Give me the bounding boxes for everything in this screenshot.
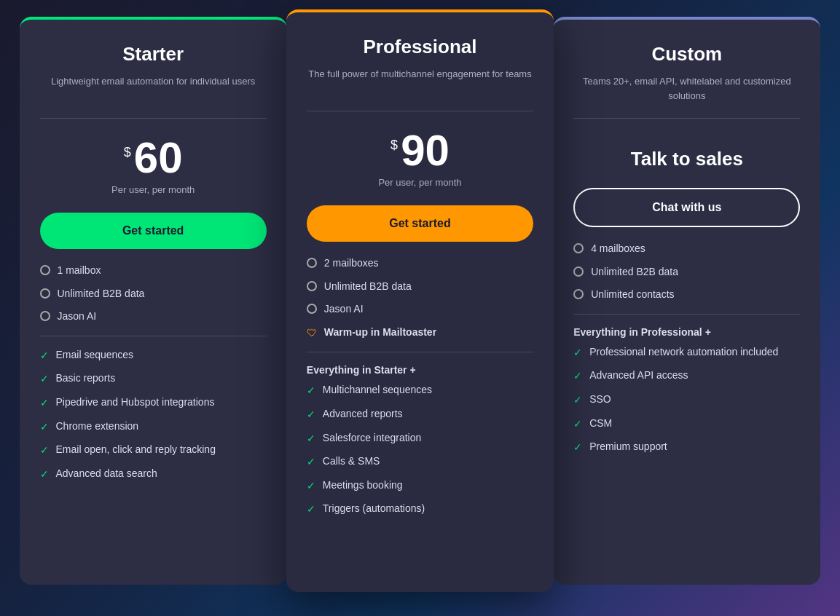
list-item: ✓CSM [573,416,800,432]
list-item: ✓SSO [573,392,800,408]
check-icon: ✓ [573,417,582,432]
list-item: 🛡 Warm-up in Mailtoaster [307,325,533,341]
talk-to-sales-label: Talk to sales [573,148,800,170]
feature-text: 1 mailbox [58,264,101,278]
feature-text: Professional network automation included [589,345,778,360]
professional-divider-2 [307,352,533,352]
circle-icon [40,288,50,299]
list-item: ✓Pipedrive and Hubspot integrations [40,395,267,411]
custom-divider-1 [573,118,800,119]
feature-text: Pipedrive and Hubspot integrations [56,395,215,410]
feature-text: Unlimited contacts [591,288,674,302]
feature-text: Unlimited B2B data [324,280,412,294]
check-icon: ✓ [573,393,582,408]
pricing-container: Starter Lightweight email automation for… [20,17,821,599]
custom-plan-desc: Teams 20+, email API, whitelabel and cus… [573,74,800,103]
check-icon: ✓ [40,349,49,363]
feature-text: Salesforce integration [323,431,421,446]
check-icon: ✓ [307,455,315,470]
list-item: ✓Premium support [573,440,800,455]
feature-text: Jason AI [58,309,97,324]
list-item: Unlimited contacts [573,288,800,302]
check-icon: ✓ [40,396,49,411]
check-icon: ✓ [307,384,315,398]
check-icon: ✓ [573,441,582,455]
starter-included-features: ✓Email sequences ✓Basic reports ✓Pipedri… [40,348,267,482]
starter-price-amount: 60 [134,136,183,180]
custom-divider-2 [573,314,800,315]
feature-text: CSM [589,416,612,431]
feature-text: Basic reports [56,371,116,386]
list-item: ✓Meetings booking [307,478,533,494]
check-icon: ✓ [573,369,582,384]
starter-plan-name: Starter [40,43,267,66]
feature-text: 4 mailboxes [591,242,645,256]
feature-text: Premium support [589,440,667,454]
list-item: ✓Calls & SMS [307,454,533,470]
starter-price-period: Per user, per month [40,184,267,195]
professional-price-dollar: $ [390,138,398,153]
circle-icon [307,258,317,268]
list-item: ✓Salesforce integration [307,431,533,446]
feature-text: Advanced reports [323,407,403,422]
list-item: ✓Email open, click and reply tracking [40,443,267,458]
circle-icon [40,311,50,321]
list-item: 2 mailboxes [307,256,533,271]
professional-basic-features: 2 mailboxes Unlimited B2B data Jason AI … [307,256,533,340]
feature-text: Advanced API access [589,368,688,383]
list-item: Jason AI [40,309,267,324]
starter-price-dollar: $ [124,145,131,160]
starter-plan-desc: Lightweight email automation for individ… [40,74,267,103]
custom-cta-button[interactable]: Chat with us [573,188,800,227]
list-item: Unlimited B2B data [573,265,800,280]
list-item: ✓Basic reports [40,371,267,387]
starter-cta-button[interactable]: Get started [40,213,267,249]
check-icon: ✓ [307,408,315,422]
list-item: ✓Multichannel sequences [307,383,533,398]
circle-icon [40,265,50,275]
feature-text: Email open, click and reply tracking [56,443,216,457]
feature-text: Advanced data search [56,467,157,481]
circle-icon [307,304,317,314]
feature-text: 2 mailboxes [324,256,379,271]
check-icon: ✓ [573,346,582,360]
professional-included-features: ✓Multichannel sequences ✓Advanced report… [307,383,533,517]
feature-text: Calls & SMS [323,454,380,469]
starter-divider-2 [40,336,267,336]
list-item: ✓Email sequences [40,348,267,363]
list-item: Unlimited B2B data [40,287,267,301]
feature-text: Unlimited B2B data [591,265,678,280]
starter-price-section: $ 60 Per user, per month [40,136,267,195]
check-icon: ✓ [307,432,315,446]
list-item: ✓Triggers (automations) [307,502,533,517]
professional-plan-name: Professional [307,36,533,58]
professional-price-section: $ 90 Per user, per month [307,129,533,188]
custom-section-label: Everything in Professional + [573,326,800,338]
list-item: ✓Advanced reports [307,407,533,422]
feature-text: Email sequences [56,348,134,363]
check-icon: ✓ [307,479,315,494]
circle-icon [307,281,317,291]
shield-icon: 🛡 [307,326,317,341]
custom-included-features: ✓Professional network automation include… [573,345,800,455]
feature-text: Jason AI [324,302,364,317]
check-icon: ✓ [307,502,315,517]
list-item: ✓Chrome extension [40,419,267,435]
professional-cta-button[interactable]: Get started [307,205,533,242]
list-item: ✓Professional network automation include… [573,345,800,360]
list-item: 1 mailbox [40,264,267,278]
starter-divider-1 [40,118,267,119]
feature-text: Chrome extension [56,419,139,434]
list-item: Jason AI [307,302,533,317]
circle-icon [573,289,584,299]
starter-plan-card: Starter Lightweight email automation for… [20,17,287,585]
feature-text: Unlimited B2B data [58,287,145,301]
feature-text: SSO [589,392,611,407]
list-item: 4 mailboxes [573,242,800,256]
custom-plan-name: Custom [573,43,800,66]
feature-text: Triggers (automations) [323,502,425,516]
professional-price-amount: 90 [401,129,450,173]
check-icon: ✓ [40,467,49,482]
professional-price-period: Per user, per month [307,177,533,188]
circle-icon [573,266,584,277]
